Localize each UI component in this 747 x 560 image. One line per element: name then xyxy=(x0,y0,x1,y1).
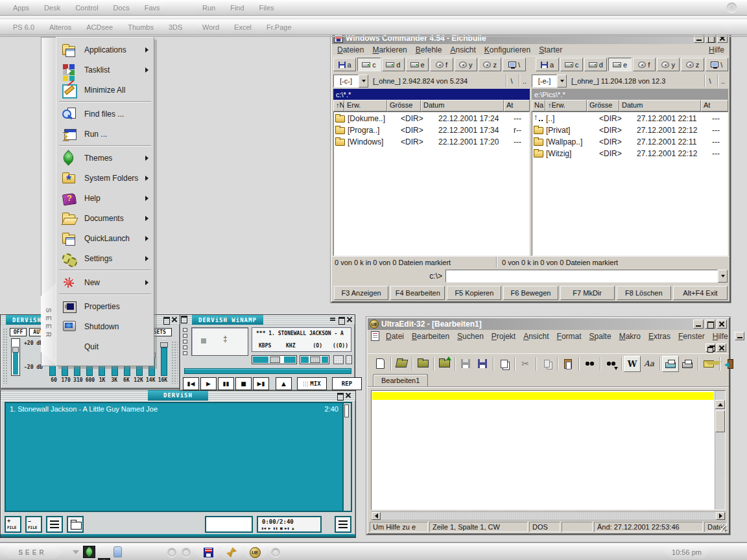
menu-item-applications[interactable]: Applications xyxy=(56,40,154,60)
toolbar-tab-alteros[interactable]: Alteros xyxy=(39,21,82,34)
drive-button-y-right[interactable]: y xyxy=(657,58,680,71)
drive-button-e-left[interactable]: e xyxy=(406,58,429,71)
f3-anzeigen-button[interactable]: F3 Anzeigen xyxy=(334,286,388,300)
menu-item-help[interactable]: Help xyxy=(56,188,154,208)
close-icon[interactable] xyxy=(346,316,353,323)
right-drive-combo[interactable]: [-e-] xyxy=(532,75,567,88)
menu-dateien[interactable]: Dateien xyxy=(336,45,365,55)
visualization-area[interactable] xyxy=(191,327,248,356)
menu-makro[interactable]: Makro xyxy=(618,331,642,342)
print-button[interactable] xyxy=(679,356,696,372)
preamp-slider[interactable] xyxy=(11,338,20,376)
column-header-attr[interactable]: At xyxy=(701,100,728,111)
playlist-toggle-button[interactable] xyxy=(346,355,352,364)
restore-icon[interactable] xyxy=(163,316,169,323)
drive-button-f-left[interactable]: f xyxy=(430,58,453,71)
equalizer-toggle-button[interactable] xyxy=(333,355,344,364)
menu-item-documents[interactable]: Documents xyxy=(56,208,154,228)
restore-icon[interactable] xyxy=(338,316,344,323)
command-history-dropdown-icon[interactable] xyxy=(718,270,728,283)
playlist-scrollbar[interactable] xyxy=(344,402,352,512)
save-as-button[interactable] xyxy=(474,356,491,372)
litestep-leaf-icon[interactable] xyxy=(83,546,95,558)
toolbar-tab-ps60[interactable]: PS 6.0 xyxy=(3,21,45,34)
file-row[interactable]: [Witzig] <DIR> 27.12.2001 22:12 --- xyxy=(534,148,726,159)
menu-extras[interactable]: Extras xyxy=(647,331,672,342)
editor-area[interactable] xyxy=(371,390,726,510)
menu-item-system-folders[interactable]: System Folders xyxy=(56,168,154,188)
f7-mkdir-button[interactable]: F7 MkDir xyxy=(560,286,615,300)
f5-kopieren-button[interactable]: F5 Kopieren xyxy=(447,286,501,300)
drive-button-d-left[interactable]: d xyxy=(382,58,405,71)
save-all-button[interactable] xyxy=(495,356,512,372)
altf4-exit-button[interactable]: Alt+F4 Exit xyxy=(673,286,728,300)
repeat-button[interactable]: REP xyxy=(332,377,362,390)
remove-file-button[interactable]: –FILE xyxy=(25,516,42,533)
menu-projekt[interactable]: Projekt xyxy=(490,331,517,342)
track-title-marquee[interactable]: *** 1. STONEWALL JACKSON - A xyxy=(256,331,344,336)
seek-bar[interactable] xyxy=(184,368,351,374)
menu-item-minimize-all[interactable]: Minimize All xyxy=(56,80,154,100)
horizontal-scrollbar[interactable] xyxy=(371,511,726,520)
close-file-button[interactable] xyxy=(414,356,431,372)
find-button[interactable] xyxy=(581,356,598,372)
right-file-list[interactable]: [..] <DIR> 27.12.2001 22:11 --- [Privat]… xyxy=(532,111,728,256)
exit-button[interactable] xyxy=(722,356,739,372)
column-header-ext[interactable]: Erw. xyxy=(344,100,387,111)
menu-item-new[interactable]: New xyxy=(56,272,154,292)
paste-button[interactable] xyxy=(560,356,576,372)
clutterbar[interactable] xyxy=(183,328,189,358)
file-row[interactable]: [Progra..] <DIR> 22.12.2001 17:34 r-- xyxy=(335,124,528,136)
word-wrap-button[interactable]: W xyxy=(624,356,641,372)
send-mail-button[interactable] xyxy=(700,356,717,372)
file-row[interactable]: [Privat] <DIR> 27.12.2001 22:12 --- xyxy=(534,124,726,136)
eq-off-button[interactable]: OFF xyxy=(10,328,27,336)
find-next-button[interactable] xyxy=(602,356,619,372)
menu-ansicht[interactable]: Ansicht xyxy=(449,45,477,55)
task-winamp[interactable] xyxy=(218,546,245,559)
scroll-up-icon[interactable] xyxy=(715,400,725,409)
file-row[interactable]: [Wallpap..] <DIR> 27.12.2001 22:11 --- xyxy=(534,136,726,148)
toolbar-tab-control[interactable]: Control xyxy=(65,1,108,14)
font-button[interactable]: Aa xyxy=(641,356,658,372)
playlist-item[interactable]: 1. Stonewall Jackson - A Little Guy Name… xyxy=(10,405,338,413)
windowshade-icon[interactable] xyxy=(329,316,336,323)
column-header-size[interactable]: Grösse xyxy=(587,100,619,111)
task-windows-commander[interactable] xyxy=(195,546,222,559)
taskbar-seer-tab[interactable]: SEER xyxy=(3,546,62,559)
mdi-close-button[interactable] xyxy=(717,344,726,352)
playlist-list[interactable]: 1. Stonewall Jackson - A Little Guy Name… xyxy=(5,402,344,512)
slider-thumb[interactable] xyxy=(270,356,280,363)
menu-item-themes[interactable]: Themes xyxy=(56,148,154,168)
stop-button[interactable] xyxy=(235,377,252,390)
vertical-scrollbar[interactable] xyxy=(715,391,725,509)
drive-button-a-left[interactable]: a xyxy=(333,58,356,71)
play-button[interactable] xyxy=(200,377,217,390)
resize-grip[interactable] xyxy=(720,524,728,532)
scrollbar-thumb[interactable] xyxy=(715,410,725,432)
drive-button-c-left[interactable]: c xyxy=(357,58,380,71)
menu-item-quit[interactable]: Quit xyxy=(56,336,154,356)
system-menu-icon[interactable] xyxy=(183,317,189,323)
previous-button[interactable] xyxy=(183,377,199,390)
menu-befehle[interactable]: Befehle xyxy=(414,45,444,55)
menu-item-run[interactable]: Run ... xyxy=(56,124,154,144)
toolbar-tab-acdsee[interactable]: ACDsee xyxy=(76,21,123,34)
combo-dropdown-icon[interactable] xyxy=(557,75,567,88)
tab-bearbeiten1[interactable]: Bearbeiten1 xyxy=(373,374,428,386)
drive-button-z-left[interactable]: z xyxy=(479,58,501,71)
volume-slider[interactable] xyxy=(252,355,297,364)
menu-item-find-files[interactable]: Find files ... xyxy=(56,104,154,124)
start-menu-handle[interactable]: SEER xyxy=(41,283,56,365)
menu-bearbeiten[interactable]: Bearbeiten xyxy=(410,331,451,342)
right-root-button[interactable]: \ xyxy=(704,75,715,87)
eject-button[interactable] xyxy=(276,377,292,390)
menu-format[interactable]: Format xyxy=(556,331,583,342)
list-options-button[interactable] xyxy=(335,516,351,533)
right-path-bar[interactable]: e:\Pics\*.* xyxy=(532,89,728,100)
column-header-date[interactable]: Datum xyxy=(421,100,504,111)
close-button[interactable] xyxy=(717,320,727,329)
menu-konfigurieren[interactable]: Konfigurieren xyxy=(483,45,532,55)
maximize-button[interactable] xyxy=(705,320,715,329)
drive-button-net-right[interactable]: \ xyxy=(706,58,728,71)
